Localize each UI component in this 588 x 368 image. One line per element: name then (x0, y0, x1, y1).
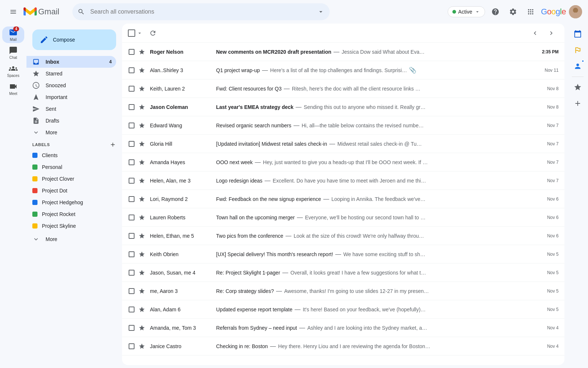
label-project-skyline[interactable]: Project Skyline (26, 220, 116, 232)
email-star[interactable] (138, 140, 146, 148)
email-star[interactable] (138, 85, 146, 92)
prev-page-button[interactable] (528, 26, 542, 40)
inbox-count: 4 (109, 59, 112, 64)
nav-chat[interactable]: Chat (2, 45, 24, 61)
email-row[interactable]: Roger Nelson New comments on MCR2020 dra… (122, 43, 564, 61)
apps-button[interactable] (523, 4, 538, 19)
label-clients[interactable]: Clients (26, 149, 116, 161)
label-text-project-clover: Project Clover (42, 176, 74, 182)
tasks-button[interactable] (570, 43, 585, 57)
user-avatar[interactable] (569, 5, 582, 18)
email-row[interactable]: Helen, Ethan, me 5 Two pics from the con… (122, 227, 564, 245)
email-checkbox[interactable] (128, 103, 135, 111)
nav-meet[interactable]: Meet (2, 81, 24, 97)
email-time: Nov 5 (533, 289, 559, 294)
email-star[interactable] (138, 67, 146, 74)
email-row[interactable]: Alan..Shirley 3 Q1 project wrap-up — Her… (122, 61, 564, 79)
email-star[interactable] (138, 324, 146, 332)
email-checkbox[interactable] (128, 140, 135, 148)
email-row[interactable]: Helen, Alan, me 3 Logo redesign ideas — … (122, 171, 564, 190)
email-row[interactable]: me, Aaron 3 Re: Corp strategy slides? — … (122, 282, 564, 300)
email-row[interactable]: Amanda, me, Tom 3 Referrals from Sydney … (122, 319, 564, 337)
email-row[interactable]: Amanda Hayes OOO next week — Hey, just w… (122, 153, 564, 171)
search-icon (78, 8, 85, 15)
nav-starred[interactable]: Starred (26, 68, 116, 79)
next-page-button[interactable] (544, 26, 559, 40)
email-checkbox[interactable] (128, 214, 135, 221)
settings-button[interactable] (506, 4, 520, 19)
select-checkbox[interactable] (128, 29, 135, 37)
email-row[interactable]: Lori, Raymond 2 Fwd: Feedback on the new… (122, 190, 564, 208)
label-project-hedgehog[interactable]: Project Hedgehog (26, 197, 116, 208)
email-row[interactable]: Jason Coleman Last year's EMEA strategy … (122, 98, 564, 116)
compose-button[interactable]: Compose (32, 29, 116, 50)
email-star[interactable] (138, 343, 146, 350)
email-checkbox[interactable] (128, 232, 135, 240)
email-star[interactable] (138, 306, 146, 313)
nav-more[interactable]: More (26, 127, 116, 138)
email-row[interactable]: Gloria Hill [Updated invitation] Midwest… (122, 135, 564, 153)
email-star[interactable] (138, 159, 146, 166)
email-checkbox[interactable] (128, 324, 135, 332)
nav-spaces[interactable]: Spaces (2, 63, 24, 79)
email-checkbox[interactable] (128, 251, 135, 258)
label-project-dot[interactable]: Project Dot (26, 185, 116, 197)
nav-drafts[interactable]: Drafts (26, 115, 116, 127)
email-star[interactable] (138, 177, 146, 184)
status-button[interactable]: Active (448, 6, 485, 17)
label-personal[interactable]: Personal (26, 161, 116, 173)
nav-mail-label: Mail (10, 38, 17, 42)
email-star[interactable] (138, 251, 146, 258)
nav-inbox[interactable]: Inbox 4 (26, 56, 116, 68)
email-row[interactable]: Keith Obrien [UX] Special delivery! This… (122, 245, 564, 263)
email-row[interactable]: Lauren Roberts Town hall on the upcoming… (122, 208, 564, 227)
email-content: New comments on MCR2020 draft presentati… (216, 49, 533, 55)
email-checkbox[interactable] (128, 159, 135, 166)
email-star[interactable] (138, 122, 146, 129)
calendar-button[interactable] (570, 26, 585, 41)
email-snippet: Sending this out to anyone who missed it… (304, 104, 426, 110)
select-dropdown[interactable] (137, 30, 143, 36)
email-star[interactable] (138, 214, 146, 221)
email-checkbox[interactable] (128, 85, 135, 92)
label-project-clover[interactable]: Project Clover (26, 173, 116, 185)
email-row[interactable]: Alan, Adam 6 Updated expense report temp… (122, 300, 564, 319)
email-checkbox[interactable] (128, 306, 135, 313)
nav-sent[interactable]: Sent (26, 103, 116, 115)
email-checkbox[interactable] (128, 195, 135, 203)
nav-mail[interactable]: 4 Mail (2, 26, 24, 43)
email-checkbox[interactable] (128, 269, 135, 276)
email-row[interactable]: Keith, Lauren 2 Fwd: Client resources fo… (122, 79, 564, 98)
email-checkbox[interactable] (128, 177, 135, 184)
search-input[interactable] (72, 3, 330, 20)
pagination-controls (528, 26, 559, 40)
nav-more-labels[interactable]: More (26, 233, 116, 245)
email-checkbox[interactable] (128, 122, 135, 129)
email-checkbox[interactable] (128, 287, 135, 295)
email-sender: Lori, Raymond 2 (150, 196, 216, 202)
email-checkbox[interactable] (128, 48, 135, 56)
contacts-button[interactable] (570, 59, 585, 74)
search-dropdown-icon[interactable] (317, 8, 325, 15)
email-star[interactable] (138, 269, 146, 276)
email-checkbox[interactable] (128, 67, 135, 74)
email-star[interactable] (138, 103, 146, 111)
email-star[interactable] (138, 287, 146, 295)
menu-button[interactable] (6, 4, 21, 19)
nav-important[interactable]: Important (26, 91, 116, 103)
email-star[interactable] (138, 195, 146, 203)
starred-sidebar-button[interactable] (570, 80, 585, 95)
email-row[interactable]: Jason, Susan, me 4 Re: Project Skylight … (122, 263, 564, 282)
right-divider (572, 77, 584, 77)
nav-snoozed[interactable]: Snoozed (26, 79, 116, 91)
email-star[interactable] (138, 232, 146, 240)
email-row[interactable]: Edward Wang Revised organic search numbe… (122, 116, 564, 135)
email-star[interactable] (138, 48, 146, 56)
refresh-button[interactable] (146, 26, 160, 40)
help-button[interactable] (488, 4, 503, 19)
add-addon-button[interactable] (570, 96, 585, 111)
email-row[interactable]: Janice Castro Checking in re: Boston — H… (122, 337, 564, 355)
add-label-icon[interactable] (110, 141, 116, 148)
email-checkbox[interactable] (128, 343, 135, 350)
label-project-rocket[interactable]: Project Rocket (26, 208, 116, 220)
